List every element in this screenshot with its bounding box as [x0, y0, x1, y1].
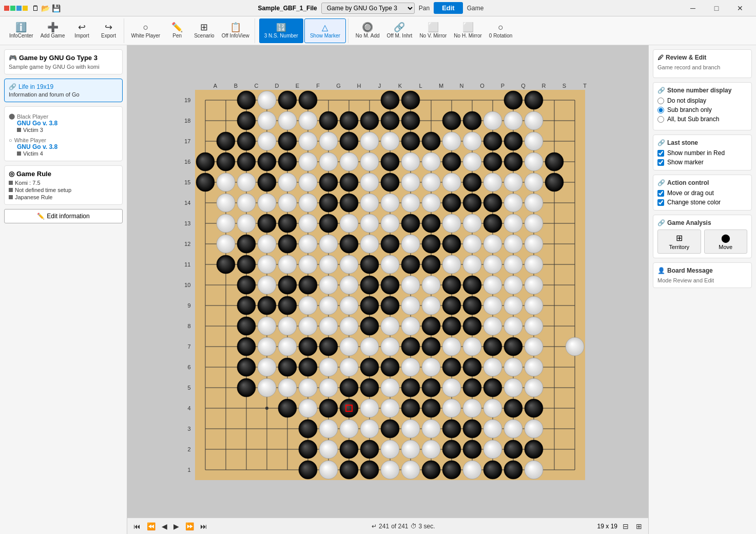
- game-rule-card: ◎ Game Rule Komi : 7.5 Not defined time …: [4, 165, 123, 205]
- nav-back-button[interactable]: ◀: [160, 521, 169, 531]
- life-link-card[interactable]: 🔗 Life in 19x19 Information and forum of…: [4, 79, 123, 102]
- board-size-controls: 19 x 19 ⊟ ⊞: [597, 521, 644, 531]
- clock-icon: ⏱: [411, 523, 417, 530]
- rule-dot: [9, 195, 13, 199]
- info-center-button[interactable]: ℹ️ InfoCenter: [6, 18, 36, 43]
- row-header: 9: [181, 295, 193, 316]
- off-minhrt-button[interactable]: 🔗 Off M. Inhrt: [384, 18, 416, 43]
- no-madd-button[interactable]: 🔘 No M. Add: [353, 18, 383, 43]
- main-layout: 🎮 Game by GNU Go Type 3 Sample game by G…: [0, 45, 756, 534]
- radio-sub-branch-only[interactable]: Sub branch only: [657, 106, 747, 113]
- game-type-select[interactable]: Game by GNU Go Type 3: [321, 3, 415, 14]
- title-bar-left: 🗒 📂 💾: [4, 4, 61, 12]
- ns-number-button[interactable]: 🔢 3 N.S. Number: [259, 18, 303, 43]
- add-game-button[interactable]: ➕ Add Game: [37, 18, 68, 43]
- rule-type-item: Japanese Rule: [9, 194, 118, 200]
- infoview-button[interactable]: 📋 Off InfoView: [219, 18, 253, 43]
- show-marker-button[interactable]: △ Show Marker: [304, 18, 346, 43]
- toolbar: ℹ️ InfoCenter ➕ Add Game ↩ Import ↪ Expo…: [0, 16, 756, 45]
- radio-sub-branch-input[interactable]: [657, 107, 664, 113]
- checkbox-change-stone[interactable]: Change stone color: [657, 199, 747, 206]
- checkbox-move-drag-input[interactable]: [657, 190, 664, 197]
- row-header: 12: [181, 234, 193, 254]
- toolbar-group-number: 🔢 3 N.S. Number △ Show Marker: [257, 18, 348, 43]
- checkbox-show-marker-input[interactable]: [657, 159, 664, 166]
- white-player-rank: Victim 4: [17, 150, 118, 157]
- speed-label: 3 sec.: [419, 523, 435, 530]
- nav-forward-button[interactable]: ▶: [171, 521, 181, 531]
- row-header: 10: [181, 275, 193, 295]
- stone-number-radio-group: Do not display Sub branch only All, but …: [657, 97, 747, 123]
- analysis-buttons: ⊞ Territory ⬤ Move: [657, 230, 747, 254]
- nav-first-button[interactable]: ⏮: [131, 521, 143, 531]
- row-header: 6: [181, 357, 193, 377]
- checkbox-show-marker[interactable]: Show marker: [657, 159, 747, 166]
- toolbar-group-options: 🔘 No M. Add 🔗 Off M. Inhrt ⬜ No V. Mirro…: [351, 18, 518, 43]
- import-button[interactable]: ↩ Import: [69, 18, 95, 43]
- col-header-list: ABCDEFGHJKLMNOPQRST: [205, 83, 595, 89]
- fullscreen-button[interactable]: ⊞: [634, 521, 644, 531]
- game-analysis-icon: 🔗: [657, 219, 665, 226]
- edit-button[interactable]: Edit: [434, 2, 463, 14]
- nav-last-button[interactable]: ⏭: [198, 521, 209, 531]
- game-button[interactable]: Game: [467, 5, 484, 12]
- radio-do-not-display-input[interactable]: [657, 98, 664, 104]
- close-button[interactable]: ✕: [728, 0, 752, 16]
- row-header: 19: [181, 90, 193, 110]
- nav-back5-button[interactable]: ⏪: [145, 521, 158, 531]
- radio-all-but-sub-input[interactable]: [657, 116, 664, 123]
- title-bar-right: ─ □ ✕: [681, 0, 752, 16]
- no-vmirror-button[interactable]: ⬜ No V. Mirror: [416, 18, 450, 43]
- edit-info-button[interactable]: ✏️ Edit information: [4, 209, 123, 223]
- game-analysis-section: 🔗 Game Analysis ⊞ Territory ⬤ Move: [653, 215, 752, 258]
- white-player-icon: ○: [143, 23, 148, 32]
- move-analysis-button[interactable]: ⬤ Move: [704, 230, 748, 254]
- white-player-name[interactable]: GNU Go v. 3.8: [17, 143, 118, 150]
- time-setup-item: Not defined time setup: [9, 187, 118, 193]
- col-header: L: [411, 83, 431, 89]
- maximize-button[interactable]: □: [705, 0, 728, 16]
- checkbox-move-drag[interactable]: Move or drag out: [657, 189, 747, 197]
- nav-forward5-button[interactable]: ⏩: [183, 521, 196, 531]
- scenario-icon: ⊞: [200, 23, 208, 32]
- col-header: R: [534, 83, 554, 89]
- export-button[interactable]: ↪ Export: [96, 18, 122, 43]
- no-vmirror-icon: ⬜: [428, 23, 439, 32]
- black-player-name[interactable]: GNU Go v. 3.8: [17, 120, 118, 127]
- minimize-button[interactable]: ─: [681, 0, 705, 16]
- export-icon: ↪: [105, 23, 112, 32]
- life-link[interactable]: 🔗 Life in 19x19: [9, 83, 118, 90]
- territory-button[interactable]: ⊞ Territory: [657, 230, 701, 254]
- no-hmirror-button[interactable]: ⬜ No H. Mirror: [451, 18, 484, 43]
- checkbox-show-number-red[interactable]: Show number in Red: [657, 149, 747, 157]
- territory-icon: ⊞: [676, 233, 683, 243]
- row-header: 14: [181, 193, 193, 213]
- row-header-list: 19181716151413121110987654321: [181, 90, 193, 480]
- shrink-button[interactable]: ⊟: [621, 521, 631, 531]
- rotation-button[interactable]: ○ 0 Rotation: [486, 18, 516, 43]
- white-player-button[interactable]: ○ White Player: [128, 18, 164, 43]
- board-area: ABCDEFGHJKLMNOPQRST 19181716151413121110…: [127, 45, 648, 534]
- pan-button[interactable]: Pan: [419, 5, 430, 12]
- col-header: G: [328, 83, 349, 89]
- scenario-button[interactable]: ⊞ Scenario: [191, 18, 217, 43]
- game-rule-title: ◎ Game Rule: [9, 170, 118, 178]
- logo-blue: [16, 6, 22, 11]
- row-header: 18: [181, 110, 193, 131]
- go-board-canvas[interactable]: [195, 90, 585, 480]
- radio-all-but-sub[interactable]: All, but Sub branch: [657, 116, 747, 123]
- checkbox-change-stone-input[interactable]: [657, 199, 664, 206]
- action-control-icon: 🔗: [657, 179, 665, 186]
- game-subtitle: Sample game by GNU Go with komi: [9, 64, 118, 70]
- show-marker-icon: △: [322, 23, 328, 32]
- last-stone-title: 🔗 Last stone: [657, 139, 747, 146]
- radio-do-not-display[interactable]: Do not display: [657, 97, 747, 104]
- title-bar: 🗒 📂 💾 Sample_GBF_1_File Game by GNU Go T…: [0, 0, 756, 16]
- checkbox-show-number-red-input[interactable]: [657, 150, 664, 157]
- board-container: ABCDEFGHJKLMNOPQRST 19181716151413121110…: [127, 45, 648, 518]
- pen-button[interactable]: ✏️ Pen: [164, 18, 190, 43]
- right-panel: 🖊 Review & Edit Game record and branch 🔗…: [648, 45, 756, 534]
- time-dot: [9, 188, 13, 192]
- stone-number-title: 🔗 Stone number display: [657, 87, 747, 94]
- bottom-bar: ⏮ ⏪ ◀ ▶ ⏩ ⏭ ↵ 241 of 241 ⏱ 3 sec. 19 x 1…: [127, 518, 648, 534]
